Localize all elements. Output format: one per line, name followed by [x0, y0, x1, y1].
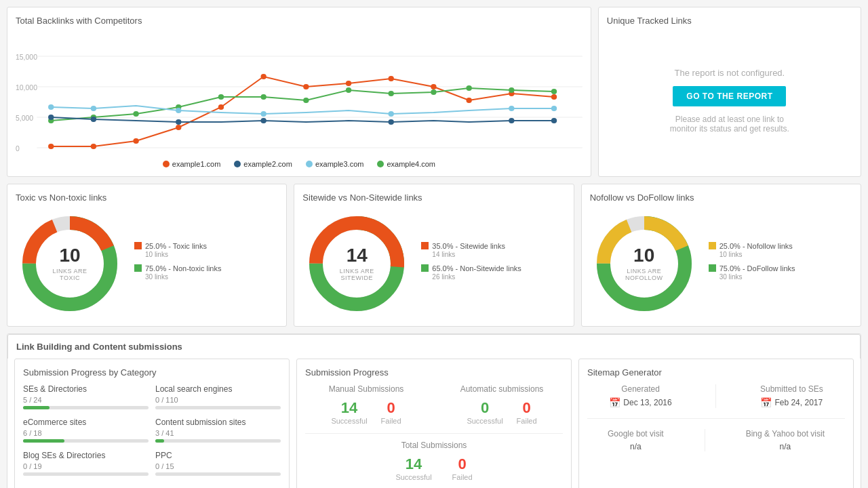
sitewide-donut-panel: Sitewide vs Non-Sitewide links 14 LINKS …: [294, 184, 574, 327]
svg-point-13: [260, 74, 266, 79]
auto-successful-label: Successful: [467, 417, 502, 425]
svg-point-29: [389, 91, 394, 96]
svg-text:5,000: 5,000: [16, 115, 33, 122]
sitewide-legend-box-1: [421, 242, 429, 249]
sub-cat-content-bar: [155, 439, 281, 443]
sub-cat-ppc: PPC 0 / 15: [155, 451, 281, 476]
total-failed-number: 0: [452, 455, 473, 473]
manual-successful-number: 14: [331, 399, 367, 417]
nofollow-donut-panel: Nofollow vs DoFollow links 10 LINKS ARE …: [581, 184, 861, 327]
manual-stats: 14 Successful 0 Failed: [305, 399, 427, 425]
sitewide-donut-svg: 14 LINKS ARE SITEWIDE: [302, 209, 411, 318]
backlinks-title: Total Backlinks with Competitors: [16, 16, 583, 26]
sub-cat-local: Local search engines 0 / 110: [155, 384, 281, 409]
sub-cat-local-bar: [155, 406, 281, 409]
submission-progress-panel: Submission Progress Manual Submissions 1…: [296, 359, 572, 488]
svg-point-12: [218, 104, 224, 110]
submission-category-title: Submission Progress by Category: [23, 367, 281, 378]
svg-text:15,000: 15,000: [16, 54, 37, 61]
total-stats: 14 Successful 0 Failed: [305, 455, 563, 481]
svg-point-18: [466, 98, 471, 103]
google-bot-label: Google bot visit: [608, 429, 664, 439]
toxic-donut-svg: 10 LINKS ARE TOXIC: [16, 209, 124, 318]
nofollow-legend-item-2: 75.0% - DoFollow links 30 links: [709, 264, 795, 281]
legend-item-4: example4.com: [377, 160, 435, 168]
bing-bot-label: Bing & Yahoo bot visit: [746, 429, 825, 439]
toxic-donut-title: Toxic vs Non-toxic links: [16, 192, 278, 203]
total-successful-box: 14 Successful: [395, 455, 431, 481]
total-successful-number: 14: [395, 455, 431, 473]
divider-1: [305, 433, 563, 434]
bottom-section-title: Link Building and Content submissions: [7, 334, 861, 359]
sitemap-top-row: Generated 📅 Dec 13, 2016 Submitted to SE…: [587, 384, 845, 419]
submission-category-panel: Submission Progress by Category SEs & Di…: [14, 359, 290, 488]
legend-label-1: example1.com: [172, 160, 221, 168]
submission-stats-row: Manual Submissions 14 Successful 0 Faile…: [305, 384, 563, 425]
sub-cat-blog-count: 0 / 19: [23, 462, 42, 470]
sub-cat-ecom-bar: [23, 439, 149, 443]
calendar-icon-2: 📅: [760, 397, 772, 408]
legend-dot-1: [163, 161, 170, 167]
sub-cat-content-fill: [155, 439, 164, 443]
automatic-submissions: Automatic submissions 0 Successful 0 Fai…: [441, 384, 563, 425]
sub-cat-blog-bar: [23, 472, 149, 476]
legend-dot-3: [306, 161, 313, 167]
nofollow-legend-box-1: [709, 242, 716, 249]
submission-progress-title: Submission Progress: [305, 367, 563, 378]
empty-state-text: The report is not configured.: [675, 68, 785, 78]
sitemap-generated-label: Generated: [609, 384, 671, 394]
sitemap-submitted-value: 📅 Feb 24, 2017: [760, 397, 823, 408]
auto-successful-number: 0: [467, 399, 502, 417]
google-bot-value: n/a: [608, 442, 664, 451]
toxic-donut-label: LINKS ARE TOXIC: [43, 268, 97, 281]
toxic-donut-panel: Toxic vs Non-toxic links 10 LINKS ARE TO…: [7, 184, 287, 327]
chart-legend: example1.com example2.com example3.com e…: [16, 160, 583, 168]
auto-failed-label: Failed: [517, 417, 537, 425]
unique-tracked-empty-state: The report is not configured. GO TO THE …: [607, 33, 852, 168]
svg-point-28: [346, 87, 351, 93]
sitewide-donut-number: 14: [330, 246, 384, 265]
svg-point-44: [260, 118, 266, 123]
nofollow-donut-title: Nofollow vs DoFollow links: [590, 192, 852, 203]
sub-cat-ecom-count: 6 / 18: [23, 429, 42, 437]
toxic-donut-center: 10 LINKS ARE TOXIC: [43, 246, 97, 281]
auto-failed-box: 0 Failed: [517, 399, 537, 425]
empty-state-subtext: Please add at least one link to monitor …: [662, 115, 797, 134]
svg-point-23: [133, 111, 138, 117]
sitemap-submitted: Submitted to SEs 📅 Feb 24, 2017: [760, 384, 823, 408]
svg-text:10,000: 10,000: [16, 84, 37, 92]
sub-cat-ses-fill: [23, 406, 50, 409]
toxic-legend-text-1: 25.0% - Toxic links 10 links: [145, 241, 207, 258]
svg-point-14: [303, 84, 309, 89]
auto-failed-number: 0: [517, 399, 537, 417]
calendar-icon-1: 📅: [609, 397, 620, 408]
sub-cat-ses-bar: [23, 406, 149, 409]
legend-dot-4: [377, 161, 384, 167]
sitemap-submitted-label: Submitted to SEs: [760, 384, 823, 394]
nofollow-donut-container: 10 LINKS ARE NOFOLLOW 25.0% - Nofollow l…: [590, 209, 852, 318]
nofollow-donut-label: LINKS ARE NOFOLLOW: [617, 268, 671, 281]
toxic-legend-item-2: 75.0% - Non-toxic links 30 links: [134, 264, 222, 281]
automatic-stats: 0 Successful 0 Failed: [441, 399, 563, 425]
toxic-donut-legend: 25.0% - Toxic links 10 links 75.0% - Non…: [134, 241, 222, 287]
svg-point-38: [389, 111, 394, 117]
unique-tracked-title: Unique Tracked Links: [607, 16, 852, 26]
svg-point-40: [551, 106, 557, 111]
svg-point-36: [176, 108, 181, 113]
go-to-report-button[interactable]: GO TO THE REPORT: [673, 86, 786, 106]
manual-successful-box: 14 Successful: [331, 399, 367, 425]
sub-cat-local-name: Local search engines: [155, 384, 232, 394]
sub-cat-ses: SEs & Directories 5 / 24: [23, 384, 149, 409]
svg-point-46: [509, 118, 514, 123]
sitemap-divider-v: [715, 384, 716, 408]
nofollow-legend-box-2: [709, 264, 716, 272]
sub-cat-ecom-fill: [23, 439, 64, 443]
nofollow-legend-item-1: 25.0% - Nofollow links 10 links: [709, 241, 795, 258]
svg-point-15: [346, 81, 351, 86]
legend-label-2: example2.com: [243, 160, 292, 168]
legend-item-3: example3.com: [306, 160, 364, 168]
svg-point-26: [260, 94, 266, 100]
svg-point-11: [176, 125, 181, 130]
bottom-section: Link Building and Content submissions Su…: [7, 333, 861, 488]
bing-bot-visit: Bing & Yahoo bot visit n/a: [746, 429, 825, 451]
